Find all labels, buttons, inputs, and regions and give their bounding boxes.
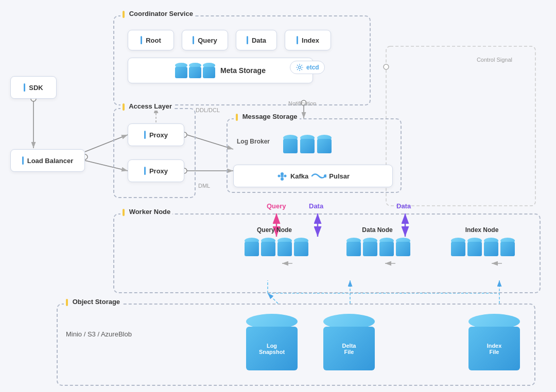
svg-point-33 [299, 66, 301, 69]
kafka-pulsar-card: Kafka Pulsar [233, 165, 393, 187]
access-layer-box: Access Layer [113, 108, 196, 198]
data-coord-card: Data [236, 30, 277, 50]
pulsar-icon [311, 170, 326, 182]
object-bar-icon [66, 299, 68, 306]
worker-bar-icon [123, 209, 125, 216]
data-coord-bar [247, 36, 248, 44]
kafka-label: Kafka [290, 172, 308, 180]
object-storage-label: Object Storage [64, 298, 122, 306]
proxy2-card: Proxy [128, 159, 184, 182]
svg-point-37 [284, 175, 286, 177]
data-node-cylinders [346, 238, 410, 256]
ddl-dcl-label: DDL/DCL [196, 107, 220, 113]
query-coord-bar [193, 36, 194, 44]
svg-point-36 [277, 175, 280, 177]
svg-point-35 [281, 177, 284, 181]
object-storage-desc: Minio / S3 / AzureBlob [66, 330, 132, 338]
diagram-container: SDK Load Balancer Coordinator Service Ro… [0, 0, 556, 392]
proxy2-label: Proxy [149, 167, 168, 175]
delta-file-cylinder: Delta File [323, 314, 375, 370]
index-file-label: Index File [487, 343, 502, 355]
query-coord-label: Query [198, 37, 217, 44]
etcd-gear-icon [296, 63, 304, 72]
proxy1-label: Proxy [149, 131, 168, 139]
coordinator-bar-icon [123, 11, 125, 18]
access-bar-icon [123, 103, 125, 111]
lb-label: Load Balancer [27, 157, 74, 165]
message-storage-label: Message Storage [234, 113, 300, 121]
kafka-icon [276, 170, 288, 182]
svg-rect-20 [386, 46, 535, 206]
log-broker-label: Log Broker [237, 138, 270, 145]
query-node-cylinders [245, 238, 308, 256]
etcd-badge: etcd [290, 61, 325, 74]
root-bar [141, 36, 142, 44]
query-node-label: Query Node [249, 226, 300, 234]
data-arrow-label-1: Data [309, 202, 323, 210]
worker-node-label: Worker Node [120, 208, 172, 216]
sdk-label: SDK [29, 84, 43, 92]
root-card: Root [128, 30, 174, 50]
sdk-card: SDK [10, 76, 57, 99]
log-snapshot-cylinder: Log Snapshot [246, 314, 298, 370]
pulsar-label: Pulsar [329, 172, 350, 180]
proxy2-bar [144, 167, 146, 175]
index-file-cylinder: Index File [468, 314, 520, 370]
index-node-label: Index Node [456, 226, 508, 234]
message-bar-icon [236, 114, 238, 121]
meta-storage-card: Meta Storage [128, 58, 313, 83]
coordinator-label: Coordinator Service [120, 10, 195, 18]
data-node-label: Data Node [352, 226, 403, 234]
log-broker-cylinders [283, 135, 332, 153]
svg-line-28 [268, 293, 278, 304]
data-coord-label: Data [252, 37, 266, 44]
access-layer-label: Access Layer [120, 102, 174, 111]
lb-bar [22, 156, 24, 165]
dml-label: DML [198, 183, 210, 189]
delta-file-label: Delta File [342, 343, 356, 355]
query-arrow-label: Query [267, 202, 286, 210]
control-signal-label: Control Signal [477, 57, 512, 63]
data-arrow-label-2: Data [396, 202, 411, 210]
index-coord-card: Index [285, 30, 331, 50]
proxy1-bar [144, 131, 146, 139]
index-node-cylinders [451, 238, 515, 256]
log-snapshot-label: Log Snapshot [259, 343, 285, 355]
proxy1-card: Proxy [128, 123, 184, 146]
query-coord-card: Query [182, 30, 228, 50]
meta-cylinders [175, 63, 215, 78]
index-coord-bar [297, 36, 298, 44]
load-balancer-card: Load Balancer [10, 149, 85, 172]
index-coord-label: Index [302, 37, 319, 44]
sdk-bar [24, 83, 25, 92]
meta-storage-label: Meta Storage [220, 66, 266, 75]
svg-point-21 [384, 64, 389, 69]
notification-label: Notification [288, 100, 316, 106]
etcd-label: etcd [306, 64, 319, 71]
root-label: Root [146, 37, 161, 44]
